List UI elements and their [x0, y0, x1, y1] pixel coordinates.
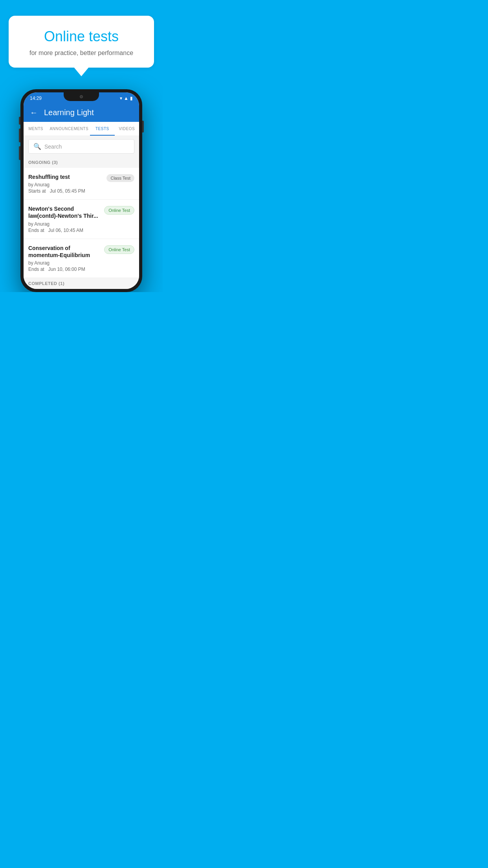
- top-area: Online tests for more practice, better p…: [0, 0, 163, 68]
- test-info-1: Reshuffling test by Anurag Starts at Jul…: [28, 173, 106, 194]
- tab-ments[interactable]: MENTS: [24, 122, 48, 136]
- tab-videos[interactable]: VIDEOS: [115, 122, 139, 136]
- search-placeholder: Search: [44, 143, 62, 150]
- test-author-1: by Anurag: [28, 182, 103, 188]
- test-badge-2: Online Test: [104, 206, 134, 215]
- volume-down-button: [19, 146, 20, 160]
- test-author-2: by Anurag: [28, 221, 101, 227]
- speech-bubble: Online tests for more practice, better p…: [9, 16, 154, 68]
- test-name-3: Conservation of momentum-Equilibrium: [28, 245, 101, 259]
- test-badge-3: Online Test: [104, 245, 134, 254]
- wifi-icon: ▾: [120, 96, 122, 101]
- phone-screen: 14:29 ▾ ▲ ▮ ← Learning Light MENTS ANNOU…: [24, 92, 139, 289]
- phone-mockup: 14:29 ▾ ▲ ▮ ← Learning Light MENTS ANNOU…: [20, 89, 142, 292]
- test-info-2: Newton's Second law(contd)-Newton's Thir…: [28, 205, 104, 233]
- test-name-1: Reshuffling test: [28, 173, 103, 180]
- bubble-subtitle: for more practice, better performance: [20, 50, 142, 57]
- tab-announcements[interactable]: ANNOUNCEMENTS: [48, 122, 90, 136]
- test-date-3: Ends at Jun 10, 06:00 PM: [28, 267, 101, 272]
- ongoing-section-header: ONGOING (3): [24, 157, 139, 168]
- search-icon: 🔍: [33, 143, 41, 150]
- test-date-2: Ends at Jul 06, 10:45 AM: [28, 228, 101, 233]
- status-icons: ▾ ▲ ▮: [120, 96, 133, 101]
- app-header: ← Learning Light: [24, 103, 139, 122]
- battery-icon: ▮: [130, 96, 133, 101]
- signal-icon: ▲: [124, 96, 128, 101]
- test-badge-1: Class Test: [106, 174, 134, 182]
- app-title: Learning Light: [44, 108, 94, 117]
- front-camera: [80, 95, 83, 98]
- phone-outer: 14:29 ▾ ▲ ▮ ← Learning Light MENTS ANNOU…: [20, 89, 142, 292]
- test-item-2[interactable]: Newton's Second law(contd)-Newton's Thir…: [24, 200, 139, 239]
- test-info-3: Conservation of momentum-Equilibrium by …: [28, 245, 104, 272]
- test-author-3: by Anurag: [28, 260, 101, 266]
- volume-up-button: [19, 129, 20, 142]
- back-button[interactable]: ←: [30, 108, 38, 117]
- silent-button: [19, 117, 20, 125]
- test-date-1: Starts at Jul 05, 05:45 PM: [28, 188, 103, 194]
- search-bar[interactable]: 🔍 Search: [28, 139, 134, 154]
- test-item-3[interactable]: Conservation of momentum-Equilibrium by …: [24, 239, 139, 278]
- tab-tests[interactable]: TESTS: [90, 122, 114, 136]
- bubble-title: Online tests: [20, 28, 142, 45]
- search-container: 🔍 Search: [24, 136, 139, 157]
- test-item-1[interactable]: Reshuffling test by Anurag Starts at Jul…: [24, 168, 139, 200]
- tab-bar: MENTS ANNOUNCEMENTS TESTS VIDEOS: [24, 122, 139, 136]
- status-time: 14:29: [30, 96, 42, 101]
- phone-notch: [64, 92, 99, 101]
- power-button: [142, 121, 144, 132]
- completed-section-header: COMPLETED (1): [24, 278, 139, 289]
- test-name-2: Newton's Second law(contd)-Newton's Thir…: [28, 205, 101, 219]
